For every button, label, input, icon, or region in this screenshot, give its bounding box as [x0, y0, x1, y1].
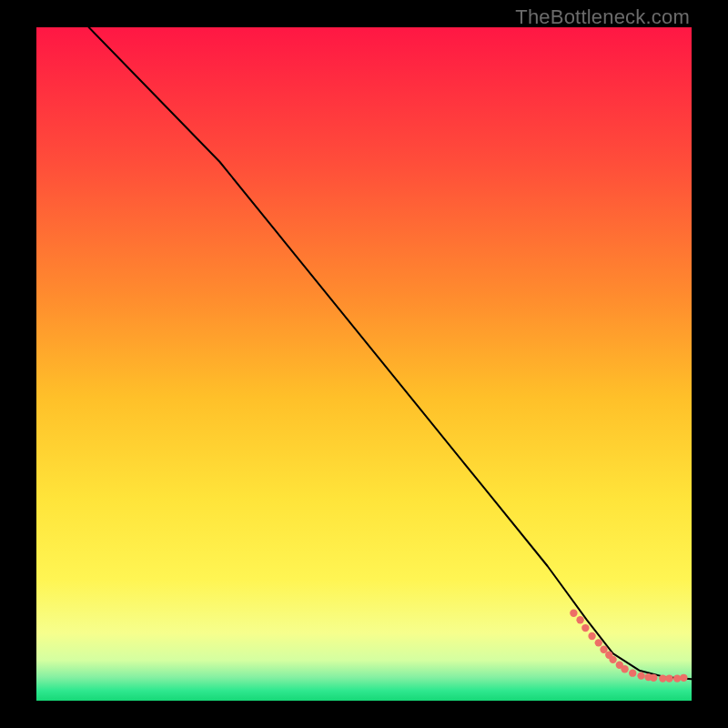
scatter-point: [665, 674, 672, 682]
scatter-point: [581, 624, 589, 632]
scatter-point: [637, 672, 644, 679]
scatter-point: [621, 665, 628, 672]
scatter-point: [588, 632, 595, 640]
chart-frame: TheBottleneck.com: [0, 0, 728, 728]
scatter-point: [680, 674, 687, 682]
scatter-point: [609, 656, 616, 663]
gradient-bg: [36, 27, 692, 701]
scatter-point: [570, 610, 577, 617]
scatter-point: [595, 639, 602, 646]
scatter-point: [650, 674, 657, 682]
scatter-point: [576, 616, 583, 623]
chart-svg: [36, 27, 692, 701]
attribution-label: TheBottleneck.com: [515, 5, 690, 29]
scatter-point: [659, 674, 666, 682]
plot-area: [36, 27, 692, 701]
scatter-point: [673, 674, 681, 682]
scatter-point: [629, 669, 636, 676]
